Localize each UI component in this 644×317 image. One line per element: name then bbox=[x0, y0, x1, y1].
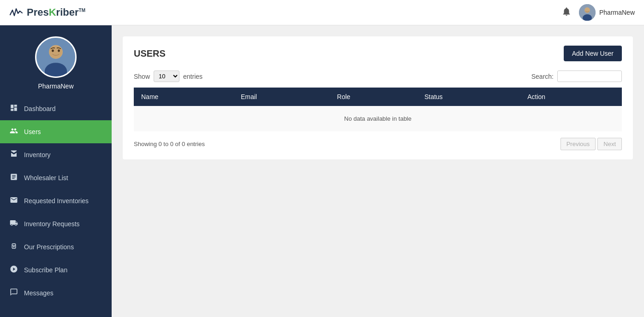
bell-icon[interactable] bbox=[561, 6, 572, 19]
sidebar-avatar bbox=[35, 36, 77, 78]
sidebar-label-requested: Requested Inventories bbox=[24, 197, 89, 205]
sidebar-profile: PharmaNew bbox=[0, 25, 112, 97]
entries-select[interactable]: 10 25 50 100 bbox=[154, 70, 179, 82]
previous-button[interactable]: Previous bbox=[561, 138, 596, 150]
sidebar-item-messages[interactable]: Messages bbox=[0, 282, 112, 305]
no-data-cell: No data available in table bbox=[134, 106, 622, 131]
sidebar-nav: Dashboard Users Inventory bbox=[0, 97, 112, 317]
content-area: USERS Add New User Show 10 25 50 100 ent… bbox=[112, 25, 644, 317]
sidebar-label-inventory-requests: Inventory Requests bbox=[24, 220, 80, 228]
users-icon bbox=[9, 127, 18, 137]
sidebar: PharmaNew Dashboard Users bbox=[0, 25, 112, 317]
sidebar-label-subscribe: Subscribe Plan bbox=[24, 266, 67, 274]
col-role: Role bbox=[330, 88, 417, 106]
sidebar-item-subscribe-plan[interactable]: Subscribe Plan bbox=[0, 258, 112, 282]
users-card: USERS Add New User Show 10 25 50 100 ent… bbox=[123, 36, 633, 159]
sidebar-label-inventory: Inventory bbox=[24, 151, 51, 158]
pagination-buttons: Previous Next bbox=[561, 138, 622, 150]
next-button[interactable]: Next bbox=[597, 138, 622, 150]
page-title: USERS bbox=[134, 48, 166, 59]
main-layout: PharmaNew Dashboard Users bbox=[0, 25, 644, 317]
page-header: USERS Add New User bbox=[134, 46, 622, 61]
subscribe-icon bbox=[9, 265, 18, 275]
table-header-row: Name Email Role Status Action bbox=[134, 88, 622, 106]
sidebar-item-inventory-requests[interactable]: Inventory Requests bbox=[0, 212, 112, 235]
col-email: Email bbox=[233, 88, 330, 106]
entries-label: entries bbox=[183, 73, 203, 80]
logo-text: PresKriberTM bbox=[27, 6, 85, 18]
messages-icon bbox=[9, 288, 18, 298]
sidebar-label-dashboard: Dashboard bbox=[24, 105, 56, 112]
prescriptions-icon bbox=[9, 242, 18, 252]
table-header: Name Email Role Status Action bbox=[134, 88, 622, 106]
sidebar-label-wholesaler: Wholesaler List bbox=[24, 174, 68, 182]
sidebar-username: PharmaNew bbox=[38, 82, 73, 90]
svg-point-9 bbox=[58, 49, 60, 52]
dashboard-icon bbox=[9, 104, 18, 114]
sidebar-item-users[interactable]: Users bbox=[0, 120, 112, 143]
truck-icon bbox=[9, 219, 18, 229]
col-status: Status bbox=[417, 88, 520, 106]
sidebar-label-messages: Messages bbox=[24, 289, 54, 297]
sidebar-label-users: Users bbox=[24, 128, 41, 135]
sidebar-item-dashboard[interactable]: Dashboard bbox=[0, 97, 112, 120]
requested-icon bbox=[9, 196, 18, 206]
table-controls: Show 10 25 50 100 entries Search: bbox=[134, 70, 622, 82]
sidebar-item-requested-inventories[interactable]: Requested Inventories bbox=[0, 189, 112, 212]
show-entries: Show 10 25 50 100 entries bbox=[134, 70, 203, 82]
header-right: PharmaNew bbox=[561, 4, 635, 21]
table-row: No data available in table bbox=[134, 106, 622, 131]
sidebar-item-wholesaler-list[interactable]: Wholesaler List bbox=[0, 166, 112, 189]
logo-wave bbox=[9, 6, 25, 18]
sidebar-item-our-prescriptions[interactable]: Our Prescriptions bbox=[0, 235, 112, 258]
header-avatar bbox=[579, 4, 596, 21]
logo: PresKriberTM bbox=[9, 6, 85, 18]
user-menu[interactable]: PharmaNew bbox=[579, 4, 635, 21]
svg-point-7 bbox=[49, 46, 62, 59]
col-action: Action bbox=[520, 88, 622, 106]
header-username: PharmaNew bbox=[599, 9, 635, 16]
pagination-info: Showing 0 to 0 of 0 entries bbox=[134, 141, 205, 147]
pagination: Showing 0 to 0 of 0 entries Previous Nex… bbox=[134, 138, 622, 150]
add-new-user-button[interactable]: Add New User bbox=[564, 46, 622, 61]
search-input[interactable] bbox=[557, 70, 622, 82]
show-label: Show bbox=[134, 73, 150, 80]
header: PresKriberTM PharmaNew bbox=[0, 0, 644, 25]
search-wrap: Search: bbox=[531, 70, 622, 82]
sidebar-label-prescriptions: Our Prescriptions bbox=[24, 243, 74, 251]
search-label: Search: bbox=[531, 73, 554, 80]
users-table: Name Email Role Status Action No data av… bbox=[134, 88, 622, 131]
table-body: No data available in table bbox=[134, 106, 622, 131]
wholesaler-icon bbox=[9, 173, 18, 183]
svg-point-8 bbox=[52, 49, 54, 52]
sidebar-item-inventory[interactable]: Inventory bbox=[0, 143, 112, 166]
col-name: Name bbox=[134, 88, 233, 106]
inventory-icon bbox=[9, 150, 18, 160]
